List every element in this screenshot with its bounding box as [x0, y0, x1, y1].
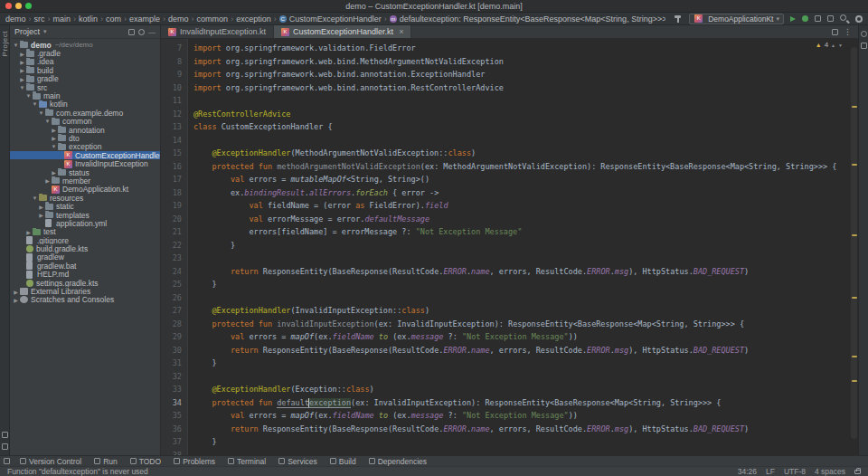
- warning-stripe-mark[interactable]: [852, 164, 857, 166]
- more-options-icon[interactable]: ⋮: [844, 27, 852, 36]
- lock-icon[interactable]: [854, 470, 861, 474]
- tree-item[interactable]: ▶member: [10, 176, 160, 185]
- editor-tabs: InvalidInputException.ktCustomExceptionH…: [161, 25, 411, 38]
- warning-stripe-mark[interactable]: [852, 234, 857, 236]
- project-tool-button[interactable]: Project: [1, 31, 9, 56]
- gradle-tool-icon[interactable]: [861, 43, 867, 49]
- tree-item[interactable]: application.yml: [10, 219, 160, 227]
- breadcrumb-item[interactable]: com: [106, 14, 121, 24]
- tree-item[interactable]: ▶build: [10, 66, 160, 74]
- locate-file-icon[interactable]: [128, 29, 135, 35]
- line-separator[interactable]: LF: [766, 467, 775, 476]
- breadcrumb-item[interactable]: common: [197, 14, 229, 24]
- breadcrumb-separator: ›: [29, 14, 32, 24]
- warning-stripe-mark[interactable]: [852, 356, 857, 357]
- breadcrumb-item[interactable]: demo: [5, 14, 26, 24]
- toolwindow-button-terminal[interactable]: Terminal: [222, 456, 272, 466]
- class-icon: C: [279, 15, 287, 23]
- warning-stripe-mark[interactable]: [852, 106, 857, 108]
- toolwindow-button-build[interactable]: Build: [324, 456, 363, 466]
- tree-item[interactable]: ▶test: [10, 228, 160, 236]
- editor-gutter[interactable]: 7891011121314151617181920212223242526272…: [161, 39, 188, 455]
- favorites-tool-icon[interactable]: [2, 432, 8, 438]
- next-warning-icon[interactable]: ▼: [838, 43, 843, 48]
- breadcrumb-item[interactable]: exception: [236, 14, 271, 24]
- tree-item[interactable]: ▶Scratches and Consoles: [10, 296, 160, 304]
- warning-stripe-mark[interactable]: [852, 380, 857, 382]
- breadcrumb-item[interactable]: CCustomExceptionHandler: [279, 14, 382, 24]
- caret-position[interactable]: 34:26: [738, 467, 757, 476]
- prev-warning-icon[interactable]: ▲: [831, 43, 835, 48]
- run-configuration-select[interactable]: DemoApplicationKt ▾: [689, 14, 784, 24]
- settings-gear-icon[interactable]: [855, 15, 863, 23]
- tree-item[interactable]: ▶gradle: [10, 75, 160, 83]
- tree-item[interactable]: ▼resources: [10, 194, 160, 202]
- tree-item[interactable]: ▼main: [10, 91, 160, 100]
- breadcrumb-item[interactable]: main: [53, 14, 71, 24]
- inspections-widget[interactable]: ▲ 4 ▲ ▼: [813, 41, 845, 49]
- tree-item[interactable]: ▶static: [10, 202, 160, 210]
- toolwindow-button-version-control[interactable]: Version Control: [14, 456, 88, 466]
- toolwindow-button-run[interactable]: Run: [88, 456, 124, 466]
- project-panel-title[interactable]: Project: [14, 27, 40, 36]
- tree-item[interactable]: ▶.gradle: [10, 49, 160, 57]
- breadcrumb-item[interactable]: mdefaultexception: ResponseEntity<BaseRe…: [390, 14, 665, 24]
- tree-item[interactable]: ▶status: [10, 168, 160, 176]
- tree-item[interactable]: CustomExceptionHandler: [10, 151, 160, 159]
- file-icon: [45, 219, 52, 227]
- tabbar-actions: ⋮: [826, 25, 858, 38]
- editor-scrollbar[interactable]: [850, 39, 858, 455]
- profiler-icon[interactable]: [815, 15, 821, 22]
- breadcrumb-item[interactable]: src: [34, 14, 45, 24]
- minimize-window-button[interactable]: [15, 3, 22, 9]
- tree-item[interactable]: ▶External Libraries: [10, 287, 160, 295]
- warning-stripe-mark[interactable]: [852, 297, 857, 299]
- tree-item[interactable]: ▼src: [10, 83, 160, 91]
- tree-item[interactable]: DemoApplication.kt: [10, 186, 160, 194]
- toolwindow-button-services[interactable]: Services: [272, 456, 324, 466]
- file-encoding[interactable]: UTF-8: [784, 467, 806, 476]
- toolwindow-button-todo[interactable]: TODO: [124, 456, 167, 466]
- tree-item[interactable]: build.gradle.kts: [10, 244, 160, 252]
- hide-panel-icon[interactable]: —: [148, 28, 156, 36]
- notifications-icon[interactable]: [861, 31, 867, 37]
- tree-item[interactable]: ▶annotation: [10, 126, 160, 134]
- tree-item[interactable]: ▶dto: [10, 134, 160, 142]
- close-window-button[interactable]: [5, 3, 12, 9]
- search-icon[interactable]: [840, 14, 849, 24]
- build-hammer-icon[interactable]: [675, 14, 683, 24]
- tree-item[interactable]: ▼kotlin: [10, 100, 160, 109]
- tree-item[interactable]: ▼demo~/dev/demo: [10, 41, 160, 49]
- tree-item[interactable]: gradlew.bat: [10, 262, 160, 270]
- tree-item[interactable]: ▶.idea: [10, 58, 160, 66]
- close-tab-icon[interactable]: ×: [399, 27, 403, 36]
- debug-button[interactable]: [802, 15, 808, 22]
- structure-tool-icon[interactable]: [2, 443, 8, 450]
- indent-style[interactable]: 4 spaces: [815, 467, 845, 476]
- breadcrumb-item[interactable]: kotlin: [79, 14, 98, 24]
- tree-item[interactable]: gradlew: [10, 253, 160, 262]
- coverage-icon[interactable]: [827, 15, 834, 22]
- tree-item[interactable]: .gitignore: [10, 236, 160, 244]
- tree-item[interactable]: HELP.md: [10, 271, 160, 279]
- editor-tab[interactable]: CustomExceptionHandler.kt×: [274, 25, 411, 38]
- tree-item[interactable]: ▼common: [10, 118, 160, 126]
- run-button[interactable]: [790, 16, 796, 22]
- zoom-window-button[interactable]: [25, 3, 32, 9]
- code-area[interactable]: import org.springframework.validation.Fi…: [188, 39, 858, 455]
- tree-item[interactable]: settings.gradle.kts: [10, 279, 160, 287]
- toolwindow-button-problems[interactable]: Problems: [167, 456, 222, 466]
- options-gear-icon[interactable]: [138, 29, 145, 35]
- toolwindow-button-dependencies[interactable]: Dependencies: [363, 456, 433, 466]
- tree-item[interactable]: ▼com.example.demo: [10, 109, 160, 117]
- editor-tab[interactable]: InvalidInputException.kt: [161, 25, 274, 38]
- split-editor-icon[interactable]: [832, 29, 838, 35]
- chevron-down-icon[interactable]: ▾: [43, 28, 47, 35]
- breadcrumb-item[interactable]: demo: [168, 14, 189, 24]
- tree-item[interactable]: InvalidInputException: [10, 159, 160, 167]
- breadcrumb-item[interactable]: example: [129, 14, 160, 24]
- tree-item[interactable]: ▶templates: [10, 211, 160, 219]
- main-area: Project Project ▾ — ▼demo~/dev/demo▶.gra…: [0, 25, 868, 455]
- toolwindow-switcher-icon[interactable]: [4, 458, 10, 464]
- tree-item[interactable]: ▼exception: [10, 143, 160, 151]
